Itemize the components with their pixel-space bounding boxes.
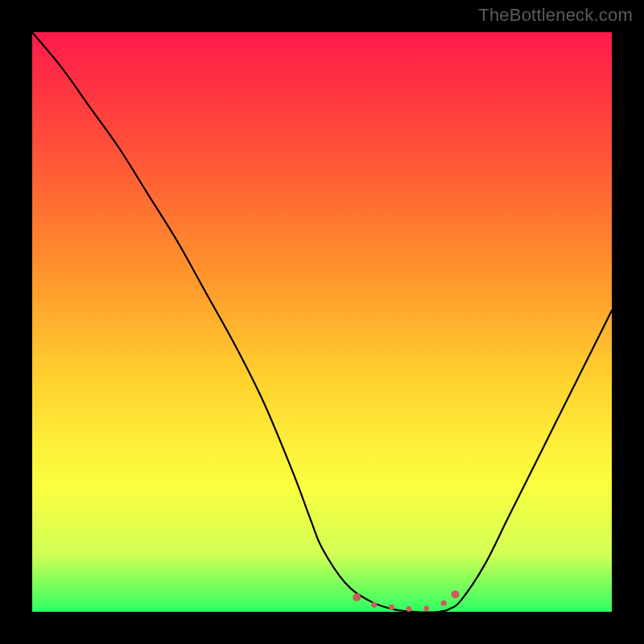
gradient-background — [32, 32, 612, 612]
highlight-dot — [407, 606, 412, 612]
watermark: TheBottleneck.com — [478, 5, 633, 26]
highlight-dot — [423, 605, 429, 611]
highlight-dot — [441, 601, 447, 606]
plot-area — [32, 32, 612, 612]
chart-stage: TheBottleneck.com — [0, 0, 644, 644]
highlight-dot — [452, 590, 460, 598]
chart-svg — [32, 32, 612, 612]
highlight-dot — [389, 605, 394, 610]
highlight-dot — [371, 602, 377, 608]
highlight-dot — [353, 593, 361, 601]
